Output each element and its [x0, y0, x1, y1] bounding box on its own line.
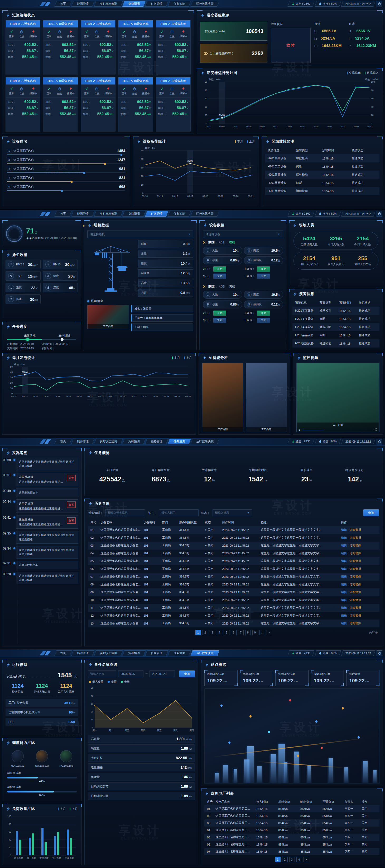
map-pin[interactable]: [220, 704, 223, 707]
edit-link[interactable]: 编辑: [341, 614, 347, 617]
toggle-off-button[interactable]: 关闭: [257, 318, 270, 323]
history-row[interactable]: 04这里是设备名称这里是设备名...101工商局364.5万● 关闭2023-0…: [88, 550, 380, 557]
video-thumbnail[interactable]: ▶工厂内部: [296, 363, 380, 432]
trace-item[interactable]: 09:49这里是数据文本: [3, 489, 78, 497]
close-action-link[interactable]: 关闭: [361, 849, 377, 854]
alarm-badge[interactable]: 告警: [67, 475, 76, 481]
nav-tab-3[interactable]: 实时状态监测: [94, 211, 123, 217]
history-row[interactable]: 09这里是设备名称这里是设备名...101工商局364.5万● 关闭2023-0…: [88, 588, 380, 596]
table-row[interactable]: H201某某设备间断15:54:15推送成功: [265, 162, 380, 170]
trace-item[interactable]: 09:31这里是数据文本: [3, 561, 78, 569]
edit-link[interactable]: 编辑: [341, 598, 347, 601]
page-button[interactable]: 4: [296, 857, 302, 862]
filter-input[interactable]: 请输入部门: [159, 509, 199, 516]
history-row[interactable]: 07这里是设备名称这里是设备名...101工商局364.5万● 关闭2023-0…: [88, 573, 380, 581]
combiner-card[interactable]: H101-A-10设备名称正常在线报警中电压：602.52V电流：56.87V功…: [156, 77, 191, 131]
subscribe-alert-link[interactable]: 订阅警报: [349, 552, 361, 555]
alarm-badge[interactable]: 告警: [67, 501, 76, 508]
edit-link[interactable]: 编辑: [341, 552, 347, 555]
page-button[interactable]: 9: [252, 630, 258, 636]
nav-tab-4[interactable]: 负荷预测: [123, 211, 146, 217]
device-select[interactable]: 请选择设备▼: [203, 230, 283, 238]
nav-tab-6[interactable]: 任务追溯: [168, 650, 191, 656]
map-pin[interactable]: [341, 707, 344, 710]
vpp-row[interactable]: 05这里是工厂名称这里是工...15:54:15854kva854kva854k…: [204, 834, 380, 841]
vpp-row[interactable]: 03这里是工厂名称这里是工...15:54:15854kva854kva854k…: [204, 819, 380, 827]
close-action-link[interactable]: 关闭: [361, 821, 377, 825]
nav-tab-5[interactable]: 任务管理: [145, 1, 168, 7]
close-action-link[interactable]: 关闭: [361, 807, 377, 811]
nav-tab-7[interactable]: 运行效果决策: [190, 439, 219, 444]
map-pin[interactable]: [315, 720, 318, 723]
table-row[interactable]: H201某某设备间断15:54:15推送成功: [292, 315, 380, 323]
toggle-on-button[interactable]: 开启: [213, 311, 226, 316]
combiner-card[interactable]: H101-A-10设备名称正常在线报警中电压：602.52V电流：56.87V功…: [81, 20, 115, 74]
trace-item[interactable]: 09:34这里是描述这里是描述这里是描述这里是描述这里是描述: [3, 546, 78, 559]
nav-tab-7[interactable]: 运行效果决策: [190, 1, 219, 7]
vpp-row[interactable]: 02这里是工厂名称这里是工...15:54:15854kva854kva854k…: [204, 812, 380, 819]
table-row[interactable]: H201某某设备螺丝松动15:54:15推送成功: [265, 154, 380, 162]
table-row[interactable]: H201某某设备螺丝松动15:54:15推送成功: [265, 170, 380, 179]
history-row[interactable]: 01这里是设备名称这里是设备名...101工商局364.5万● 关闭2023-0…: [88, 526, 380, 534]
page-button[interactable]: 2: [203, 630, 208, 636]
nav-tab-2[interactable]: 能源管理: [71, 650, 95, 656]
history-row[interactable]: 08这里是设备名称这里是设备名...101工商局364.5万● 关闭2023-0…: [88, 581, 380, 589]
nav-tab-2[interactable]: 能源管理: [71, 211, 95, 217]
page-button[interactable]: 6: [231, 630, 237, 636]
page-button[interactable]: 1: [196, 630, 201, 636]
close-action-link[interactable]: 关闭: [361, 842, 377, 846]
nav-tab-3[interactable]: 实时状态监测: [94, 650, 123, 656]
page-button[interactable]: 4: [217, 630, 222, 636]
combiner-card[interactable]: H101-A-10设备名称正常在线报警中电压：602.52V电流：56.87V功…: [43, 77, 78, 131]
search-button[interactable]: 查询: [363, 509, 379, 516]
combiner-card[interactable]: H101-A-10设备名称正常在线报警中电压：602.52V电流：56.87V功…: [156, 20, 191, 74]
map-pin[interactable]: [288, 699, 291, 702]
subscribe-alert-link[interactable]: 订阅警报: [349, 622, 361, 625]
ranking-row[interactable]: 1这里是工厂名称1454: [7, 149, 125, 155]
subscribe-alert-link[interactable]: 订阅警报: [349, 528, 361, 531]
nav-tab-6[interactable]: 任务追溯: [168, 439, 191, 444]
history-row[interactable]: 03这里是设备名称这里是设备名...101工商局364.5万● 关闭2023-0…: [88, 541, 380, 550]
city-3d-map[interactable]: [204, 688, 380, 783]
page-button[interactable]: 3: [210, 630, 215, 636]
subscribe-alert-link[interactable]: 订阅警报: [349, 567, 361, 570]
nav-tab-3[interactable]: 实时状态监测: [94, 1, 123, 7]
nav-tab-1[interactable]: 首页: [54, 1, 72, 7]
nav-tab-7[interactable]: 运行效果决策: [190, 211, 219, 217]
trace-item[interactable]: 09:51这里是标题这里是描述这里是描述这里是描述这...告警: [3, 473, 78, 486]
nav-tab-5[interactable]: 任务管理: [145, 211, 168, 217]
page-button[interactable]: 2: [282, 857, 288, 862]
play-icon[interactable]: ▶: [299, 429, 301, 431]
ranking-row[interactable]: 3这里是工厂名称981: [7, 167, 125, 173]
trace-item[interactable]: 09:35这里是描述这里是描述这里是描述这里是描述这里是描述: [3, 531, 78, 544]
page-button[interactable]: 1: [275, 857, 281, 862]
video-thumbnail[interactable]: 工厂内部: [202, 363, 243, 432]
toggle-off-button[interactable]: 关闭: [257, 274, 270, 279]
combiner-card[interactable]: H101-A-10设备名称正常在线报警中电压：602.52V电流：56.87V功…: [118, 77, 153, 131]
close-action-link[interactable]: 关闭: [361, 835, 377, 839]
table-row[interactable]: H201某某设备间断15:54:15推送成功: [292, 331, 380, 339]
nav-tab-3[interactable]: 实时状态监测: [94, 439, 123, 444]
table-row[interactable]: H201某某设备螺丝松动15:54:15推送成功: [292, 339, 380, 347]
nav-tab-1[interactable]: 首页: [54, 439, 72, 444]
close-action-link[interactable]: 关闭: [361, 814, 377, 818]
trace-item[interactable]: 09:41这里是标题这里是描述这里是描述这里是描述这...告警: [3, 515, 78, 529]
power-button[interactable]: [377, 1, 382, 7]
subscribe-alert-link[interactable]: 订阅警报: [349, 614, 361, 617]
history-row[interactable]: 12这里是设备名称这里是设备名...101工商局364.5万● 关闭2023-0…: [88, 612, 380, 620]
trace-item[interactable]: 09:28这里是描述这里是描述这里是描述这里是描述这里是描述: [3, 572, 78, 584]
map-pin[interactable]: [320, 746, 323, 749]
event-name-input[interactable]: 请输入名称: [88, 671, 116, 677]
page-button[interactable]: 8: [245, 630, 251, 636]
trace-item[interactable]: 09:58这里是描述这里是描述这里是描述这里是描述这里是描述: [3, 458, 78, 470]
nav-tab-2[interactable]: 能源管理: [71, 439, 95, 444]
map-pin[interactable]: [268, 731, 270, 733]
nav-tab-2[interactable]: 能源管理: [71, 1, 95, 7]
factory-photo[interactable]: 工厂内部: [87, 305, 129, 329]
subscribe-alert-link[interactable]: 订阅警报: [349, 606, 361, 609]
subscribe-alert-link[interactable]: 订阅警报: [349, 536, 361, 539]
subscribe-alert-link[interactable]: 订阅警报: [349, 590, 361, 594]
vpp-row[interactable]: 07这里是工厂名称这里是工...15:54:15854kva854kva854k…: [204, 848, 380, 855]
date-from-input[interactable]: 2023-09-25: [118, 671, 143, 677]
toggle-off-button[interactable]: 关闭: [213, 318, 226, 323]
